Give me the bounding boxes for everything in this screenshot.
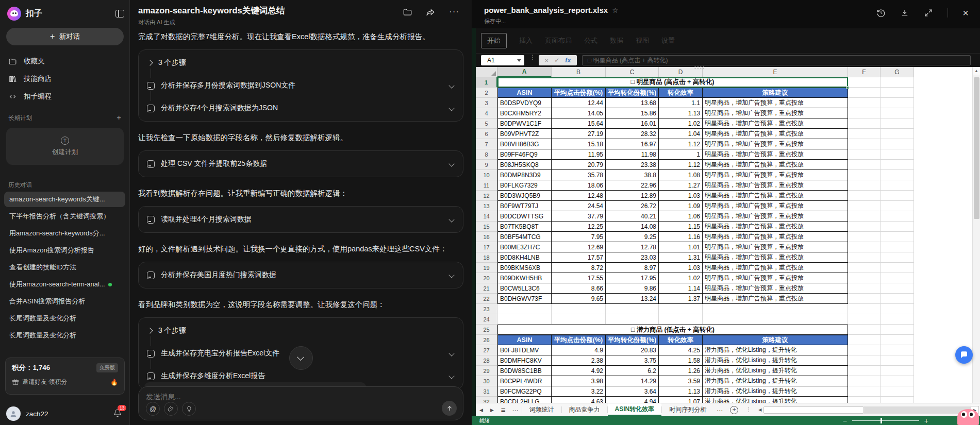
row-header-10[interactable]: 10 [476, 170, 497, 180]
data-cell[interactable]: 17.57 [552, 252, 606, 263]
data-cell[interactable]: 1.27 [659, 180, 703, 191]
add-sheet-button[interactable]: + [730, 406, 738, 414]
empty-cell[interactable] [848, 294, 881, 304]
data-cell[interactable]: 明星商品，增加广告预算，重点投放 [703, 180, 848, 191]
data-cell[interactable]: 潜力商品，优化Listing，提升转化 [703, 355, 848, 366]
row-header-19[interactable]: 19 [476, 263, 497, 273]
table-header-cell[interactable]: 平均点击份额(%) [552, 88, 606, 98]
column-header-D[interactable]: D [659, 67, 703, 77]
data-cell[interactable]: 明星商品，增加广告预算，重点投放 [703, 252, 848, 263]
empty-cell[interactable] [552, 304, 606, 314]
row-header-30[interactable]: 30 [476, 376, 497, 386]
data-cell[interactable]: B0FJ8TDLMV [497, 345, 552, 355]
data-cell[interactable]: 23.38 [606, 160, 659, 170]
data-cell[interactable]: 9.65 [552, 294, 606, 304]
data-cell[interactable]: B0CDL2HLLG [497, 397, 552, 403]
history-item[interactable]: 用amazon-search-keywords分... [4, 226, 125, 241]
data-cell[interactable]: B0DCDWTTSG [497, 211, 552, 222]
sheet-tab-3[interactable]: ASIN转化效率 [608, 403, 662, 416]
empty-cell[interactable] [659, 304, 703, 314]
data-cell[interactable]: B0F9WT79TJ [497, 201, 552, 211]
send-button[interactable] [442, 401, 457, 416]
data-cell[interactable]: B0CW5LL3C6 [497, 283, 552, 294]
empty-cell[interactable] [881, 325, 914, 335]
data-cell[interactable]: B00ME3ZH7C [497, 242, 552, 252]
empty-cell[interactable] [703, 304, 848, 314]
empty-cell[interactable] [848, 201, 881, 211]
data-cell[interactable]: 1.08 [659, 170, 703, 180]
assistant-chat-button[interactable] [955, 346, 973, 364]
new-chat-button[interactable]: + 新对话 [6, 28, 124, 45]
row-header-17[interactable]: 17 [476, 242, 497, 252]
data-cell[interactable]: 18.06 [552, 180, 606, 191]
row-header-11[interactable]: 11 [476, 180, 497, 191]
empty-cell[interactable] [848, 139, 881, 149]
empty-cell[interactable] [848, 273, 881, 283]
history-icon[interactable] [876, 8, 886, 18]
history-item[interactable]: 使用Amazon搜索词分析报告 [4, 243, 125, 258]
zoom-slider-thumb[interactable] [881, 418, 882, 423]
close-icon[interactable]: × [962, 8, 969, 18]
data-cell[interactable]: 12.78 [606, 242, 659, 252]
empty-cell[interactable] [881, 252, 914, 263]
data-cell[interactable]: 1.15 [659, 222, 703, 232]
empty-cell[interactable] [881, 242, 914, 252]
task-step-row[interactable]: 读取并处理4个月搜索词数据 [147, 213, 455, 226]
zoom-out-button[interactable]: − [843, 417, 847, 425]
data-cell[interactable]: 1.13 [659, 108, 703, 118]
data-cell[interactable]: B09VPHVT2Z [497, 129, 552, 139]
vertical-scroll-thumb[interactable] [974, 77, 979, 219]
sheet-list-icon[interactable]: ≡ [497, 405, 509, 414]
history-item[interactable]: 合并ASIN搜索词报告分析 [4, 294, 125, 309]
sheet-tab-4[interactable]: 时间序列分析 [662, 403, 713, 416]
data-cell[interactable]: 16.97 [606, 139, 659, 149]
data-cell[interactable]: 1.12 [659, 160, 703, 170]
empty-cell[interactable] [881, 273, 914, 283]
empty-cell[interactable] [848, 376, 881, 386]
data-cell[interactable]: 8.66 [552, 283, 606, 294]
ribbon-tab-3[interactable]: 页面布局 [545, 36, 572, 45]
folder-icon[interactable] [403, 7, 412, 17]
cancel-icon[interactable]: × [545, 57, 549, 64]
data-cell[interactable]: 14.29 [606, 376, 659, 386]
data-cell[interactable]: 1.03 [659, 191, 703, 201]
data-cell[interactable]: 1.02 [659, 273, 703, 283]
data-cell[interactable]: 1.12 [659, 139, 703, 149]
empty-cell[interactable] [848, 335, 881, 345]
data-cell[interactable]: 1.04 [659, 129, 703, 139]
data-cell[interactable]: 38.8 [606, 170, 659, 180]
column-header-F[interactable]: F [848, 67, 881, 77]
empty-cell[interactable] [881, 355, 914, 366]
fill-handle[interactable] [846, 86, 849, 89]
data-cell[interactable]: B0FLKG7329 [497, 180, 552, 191]
data-cell[interactable]: 13.68 [606, 98, 659, 108]
spreadsheet-grid[interactable]: ABCDEFG1□ 明星商品 (高点击 + 高转化)2ASIN平均点击份额(%)… [476, 67, 972, 403]
data-cell[interactable]: 1.07 [659, 397, 703, 403]
data-cell[interactable]: 明星商品，增加广告预算，重点投放 [703, 232, 848, 242]
data-cell[interactable]: 4.63 [552, 397, 606, 403]
data-cell[interactable]: 1.58 [659, 355, 703, 366]
data-cell[interactable]: 1.06 [659, 211, 703, 222]
data-cell[interactable]: 明星商品，增加广告预算，重点投放 [703, 222, 848, 232]
chevron-down-icon[interactable] [449, 216, 454, 222]
data-cell[interactable]: 明星商品，增加广告预算，重点投放 [703, 242, 848, 252]
sidebar-collapse-icon[interactable] [115, 10, 124, 18]
data-cell[interactable]: B0DMFHC8KV [497, 355, 552, 366]
empty-cell[interactable] [881, 118, 914, 129]
data-cell[interactable]: B0FCMG22PQ [497, 386, 552, 397]
data-cell[interactable]: 明星商品，增加广告预算，重点投放 [703, 118, 848, 129]
data-cell[interactable]: 明星商品，增加广告预算，重点投放 [703, 98, 848, 108]
column-header-A[interactable]: A [497, 67, 552, 77]
zoom-in-button[interactable]: + [924, 417, 928, 425]
data-cell[interactable]: 明星商品，增加广告预算，重点投放 [703, 191, 848, 201]
empty-cell[interactable] [881, 294, 914, 304]
download-icon[interactable] [900, 8, 909, 18]
data-cell[interactable]: 1.16 [659, 232, 703, 242]
data-cell[interactable]: B08VH86B3G [497, 139, 552, 149]
data-cell[interactable]: 3.64 [606, 386, 659, 397]
data-cell[interactable]: 潜力商品，优化Listing，提升转化 [703, 345, 848, 355]
empty-cell[interactable] [848, 283, 881, 294]
user-row[interactable]: zach22 13 [6, 406, 123, 421]
empty-cell[interactable] [848, 397, 881, 403]
data-cell[interactable]: B0CXHM5RY2 [497, 108, 552, 118]
